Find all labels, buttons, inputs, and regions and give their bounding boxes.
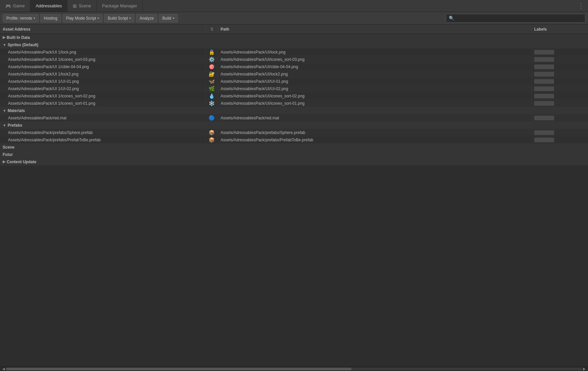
group-built-in-data[interactable]: ▶ Built In Data xyxy=(0,34,588,41)
material-sphere-icon: 🔵 xyxy=(209,115,215,121)
search-box[interactable]: 🔍 xyxy=(446,14,585,23)
scene-grid-icon: ⊞ xyxy=(73,3,77,9)
tab-bar: 🎮 Game Addressables ⊞ Scene Package Mana… xyxy=(0,0,588,12)
list-item[interactable]: Assets/AdressablesPack/UI 1/lock2.png 🔐 … xyxy=(0,70,588,78)
ui02-icon: 🌿 xyxy=(209,86,215,92)
group-futur[interactable]: Futur xyxy=(0,151,588,158)
tab-scene[interactable]: ⊞ Scene xyxy=(67,0,97,12)
profile-button[interactable]: Profile: remote ▾ xyxy=(3,14,39,23)
toolbar: Profile: remote ▾ Hosting Play Mode Scri… xyxy=(0,12,588,25)
hosting-button[interactable]: Hosting xyxy=(40,14,61,23)
tab-game[interactable]: 🎮 Game xyxy=(0,0,30,12)
build-button[interactable]: Build ▾ xyxy=(159,14,178,23)
group-content-update[interactable]: ▶ Content Update xyxy=(0,158,588,166)
list-item[interactable]: Assets/AdressablesPack/UI 1/cible-04-04.… xyxy=(0,63,588,70)
list-item[interactable]: Assets/AdressablesPack/UI 1/icones_sort-… xyxy=(0,92,588,100)
build-dropdown-arrow: ▾ xyxy=(173,16,174,20)
group-sprites-default[interactable]: ▼ Sprites (Default) xyxy=(0,41,588,49)
list-item[interactable]: Assets/AdressablesPack/red.mat 🔵 Assets/… xyxy=(0,114,588,122)
search-icon: 🔍 xyxy=(449,16,454,21)
group-materials[interactable]: ▼ Materials xyxy=(0,107,588,114)
col-icon-header: ⇅ xyxy=(206,27,218,32)
tab-more-button[interactable]: ⋮ xyxy=(574,2,588,10)
lock-icon: 🔒 xyxy=(209,49,215,55)
sort-icon: ⇅ xyxy=(210,27,214,32)
col-labels-header: Labels xyxy=(532,27,588,32)
list-item[interactable]: Assets/AdressablesPack/UI 1/UI-01.png 🦋 … xyxy=(0,78,588,85)
sort02-icon: 💧 xyxy=(209,93,215,99)
col-address-header: Asset Address xyxy=(0,27,206,32)
list-item[interactable]: Assets/AdressablesPack/UI 1/icones_sort-… xyxy=(0,100,588,107)
play-mode-dropdown-arrow: ▾ xyxy=(97,16,99,20)
group-prefabs[interactable]: ▼ Prefabs xyxy=(0,122,588,129)
list-item[interactable]: Assets/AdressablesPack/prefabs/Sphere.pr… xyxy=(0,129,588,136)
scroll-left-button[interactable]: ◀ xyxy=(1,367,6,371)
table-header: Asset Address ⇅ Path Labels xyxy=(0,25,588,34)
play-mode-script-button[interactable]: Play Mode Script ▾ xyxy=(62,14,103,23)
settings-icon: ⚙️ xyxy=(209,57,215,62)
build-script-dropdown-arrow: ▾ xyxy=(129,16,131,20)
table-body[interactable]: ▶ Built In Data ▼ Sprites (Default) Asse… xyxy=(0,34,588,366)
prefabtobe-icon: 📦 xyxy=(209,137,215,143)
profile-dropdown-arrow: ▾ xyxy=(34,16,35,20)
expand-icon-sprites: ▼ xyxy=(3,43,6,47)
analyze-button[interactable]: Analyze xyxy=(136,14,157,23)
expand-icon-built-in: ▶ xyxy=(3,35,5,40)
scroll-right-button[interactable]: ▶ xyxy=(582,367,587,371)
ui01-icon: 🦋 xyxy=(209,78,215,84)
scrollbar-track[interactable] xyxy=(6,368,582,370)
group-scene[interactable]: Scene xyxy=(0,144,588,151)
list-item[interactable]: Assets/AdressablesPack/prefabs/PrefabToB… xyxy=(0,136,588,144)
sort01-icon: ❄️ xyxy=(209,100,215,106)
content-area: Asset Address ⇅ Path Labels ▶ Built In D… xyxy=(0,25,588,371)
list-item[interactable]: Assets/AdressablesPack/UI 1/lock.png 🔒 A… xyxy=(0,49,588,56)
sphere-prefab-icon: 📦 xyxy=(209,130,215,136)
col-path-header: Path xyxy=(218,27,532,32)
tab-package-manager[interactable]: Package Manager xyxy=(97,0,143,12)
expand-icon-materials: ▼ xyxy=(3,109,6,113)
game-icon: 🎮 xyxy=(5,3,11,9)
target-icon: 🎯 xyxy=(209,64,215,70)
scrollbar-thumb[interactable] xyxy=(6,368,351,370)
lock2-icon: 🔐 xyxy=(209,71,215,77)
horizontal-scrollbar[interactable]: ◀ ▶ xyxy=(0,366,588,371)
list-item[interactable]: Assets/AdressablesPack/UI 1/icones_sort-… xyxy=(0,56,588,63)
expand-icon-prefabs: ▼ xyxy=(3,123,6,127)
list-item[interactable]: Assets/AdressablesPack/UI 1/UI-02.png 🌿 … xyxy=(0,85,588,92)
tab-addressables[interactable]: Addressables xyxy=(30,0,67,12)
expand-icon-content-update: ▶ xyxy=(3,160,5,164)
build-script-button[interactable]: Build Script ▾ xyxy=(104,14,135,23)
search-input[interactable] xyxy=(456,16,582,21)
